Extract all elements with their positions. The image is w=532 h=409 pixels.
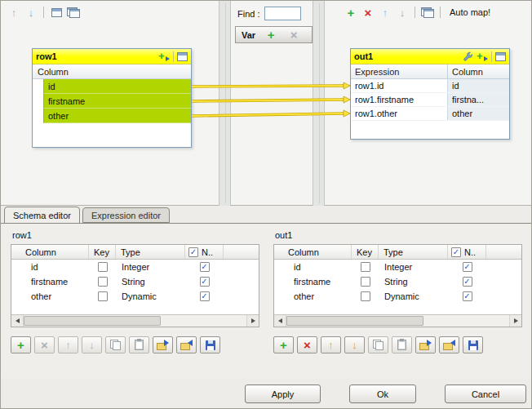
copy-button[interactable] [105,336,126,353]
add-column-button[interactable] [11,336,31,353]
restore-tables-button[interactable] [66,5,81,20]
nullable-header-checkbox[interactable] [188,247,198,257]
nullable-header-checkbox[interactable] [451,247,461,257]
tab-expression-editor[interactable]: Expression editor [82,207,170,223]
column-cell[interactable]: id [43,79,191,94]
add-output-button[interactable] [344,5,358,20]
column-cell[interactable]: firstname [43,94,191,109]
scroll-track[interactable] [24,315,246,327]
schema-row[interactable]: other Dynamic [11,289,259,304]
window-icon[interactable] [495,52,506,61]
column-name-cell[interactable]: other [274,289,352,304]
column-cell[interactable]: other [43,109,191,123]
wrench-icon[interactable] [463,51,473,62]
scroll-thumb[interactable] [286,316,423,326]
nullable-checkbox[interactable] [463,262,472,272]
splitter-right[interactable] [313,1,325,206]
move-down-button[interactable] [344,336,365,353]
move-down-button[interactable] [82,336,102,353]
paste-button[interactable] [129,336,149,353]
add-column-icon[interactable] [158,51,170,62]
move-down-button[interactable] [395,5,410,20]
move-up-button[interactable] [7,5,21,20]
schema-row[interactable]: id Integer [274,260,521,274]
export-schema-button[interactable] [176,336,197,353]
save-schema-button[interactable] [200,336,220,353]
column-name-cell[interactable]: id [11,260,89,274]
scroll-right-button[interactable] [509,315,521,327]
cancel-button[interactable]: Cancel [445,385,526,403]
minimize-table-button[interactable] [49,5,64,20]
nullable-checkbox[interactable] [463,277,472,287]
column-name-cell[interactable]: id [274,260,352,274]
remove-column-button[interactable] [297,336,317,353]
save-schema-button[interactable] [463,336,483,353]
output-table-titlebar[interactable]: out1 [351,49,509,64]
schema-row[interactable]: id Integer [11,260,259,274]
row-drag-handle[interactable] [33,94,43,109]
row-drag-handle[interactable] [33,79,43,94]
type-cell[interactable]: Integer [116,260,185,274]
column-cell[interactable]: id [447,79,509,92]
automap-button[interactable]: Auto map! [446,7,494,18]
column-cell[interactable]: other [447,107,509,120]
export-schema-button[interactable] [439,336,459,353]
apply-button[interactable]: Apply [245,385,321,403]
paste-button[interactable] [392,336,412,353]
scroll-right-button[interactable] [246,315,259,327]
key-checkbox[interactable] [361,291,370,301]
type-cell[interactable]: Integer [379,260,448,274]
h-scrollbar[interactable] [11,314,259,327]
nullable-checkbox[interactable] [200,277,210,287]
mapper-row[interactable]: id [33,79,191,94]
key-checkbox[interactable] [98,277,108,287]
tab-schema-editor[interactable]: Schema editor [4,207,80,224]
mapper-row[interactable]: row1.firstname firstna... [351,93,509,107]
expression-cell[interactable]: row1.firstname [351,93,447,106]
schema-row[interactable]: firstname String [274,274,521,289]
move-up-button[interactable] [321,336,341,353]
type-cell[interactable]: String [379,274,448,289]
input-table-titlebar[interactable]: row1 [33,49,191,64]
remove-column-button[interactable] [34,336,55,353]
mapper-row[interactable]: row1.other other [351,107,509,121]
column-cell[interactable]: firstna... [447,93,509,106]
type-cell[interactable]: String [116,274,185,289]
expression-cell[interactable]: row1.other [351,107,447,120]
type-cell[interactable]: Dynamic [116,289,185,304]
import-schema-button[interactable] [153,336,173,353]
key-checkbox[interactable] [98,291,108,301]
remove-output-button[interactable] [361,5,375,20]
move-down-button[interactable] [24,5,38,20]
add-column-button[interactable] [273,336,294,353]
nullable-checkbox[interactable] [200,291,210,301]
column-name-cell[interactable]: firstname [11,274,89,289]
splitter-left[interactable] [219,1,231,206]
key-checkbox[interactable] [98,262,108,272]
expression-cell[interactable]: row1.id [351,79,447,92]
column-name-cell[interactable]: other [11,289,89,304]
schema-row[interactable]: firstname String [11,274,259,289]
type-cell[interactable]: Dynamic [379,289,448,304]
row-drag-handle[interactable] [33,109,43,123]
key-checkbox[interactable] [361,262,370,272]
mapper-row[interactable]: firstname [33,94,191,109]
mapper-row[interactable]: row1.id id [351,79,509,93]
copy-button[interactable] [368,336,388,353]
window-icon[interactable] [177,52,188,61]
scroll-track[interactable] [286,315,509,327]
var-add-button[interactable] [264,28,278,42]
scroll-thumb[interactable] [24,316,161,326]
scroll-left-button[interactable] [274,315,286,327]
mapper-row[interactable]: other [33,109,191,123]
column-name-cell[interactable]: firstname [274,274,352,289]
ok-button[interactable]: Ok [349,385,416,403]
import-schema-button[interactable] [415,336,436,353]
nullable-checkbox[interactable] [463,291,472,301]
schema-row[interactable]: other Dynamic [274,289,521,304]
var-remove-button[interactable] [286,28,301,42]
scroll-left-button[interactable] [11,315,24,327]
key-checkbox[interactable] [361,277,370,287]
move-up-button[interactable] [58,336,78,353]
h-scrollbar[interactable] [274,314,521,327]
